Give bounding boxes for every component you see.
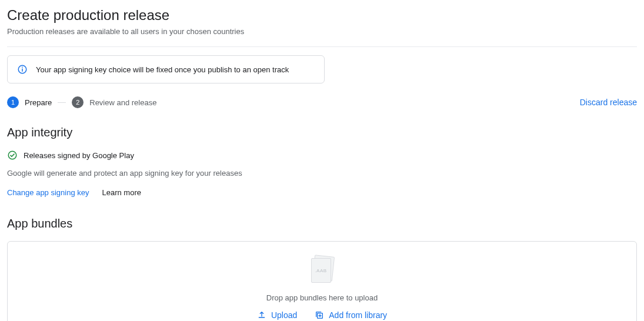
step-review[interactable]: 2 Review and release xyxy=(72,96,156,108)
info-text: Your app signing key choice will be fixe… xyxy=(36,65,289,74)
svg-rect-1 xyxy=(22,69,23,72)
info-icon xyxy=(17,64,28,75)
checkmark-icon xyxy=(7,150,18,160)
stepper: 1 Prepare 2 Review and release xyxy=(7,96,156,108)
library-icon xyxy=(315,310,324,320)
change-signing-key-button[interactable]: Change app signing key xyxy=(7,188,89,197)
add-from-library-label: Add from library xyxy=(329,310,387,320)
step-connector xyxy=(58,102,66,103)
upload-button[interactable]: Upload xyxy=(257,310,297,320)
info-box: Your app signing key choice will be fixe… xyxy=(7,55,325,83)
signing-description: Google will generate and protect an app … xyxy=(7,169,637,178)
discard-release-button[interactable]: Discard release xyxy=(580,98,637,107)
signing-status-row: Releases signed by Google Play xyxy=(7,150,637,160)
step-number-2: 2 xyxy=(72,96,84,108)
file-illustration-icon: .AAB xyxy=(310,256,335,283)
step-number-1: 1 xyxy=(7,96,19,108)
step-label-review: Review and release xyxy=(89,98,156,107)
section-title-bundles: App bundles xyxy=(7,217,637,230)
drop-actions: Upload Add from library xyxy=(257,310,387,320)
step-label-prepare: Prepare xyxy=(25,98,52,107)
svg-rect-2 xyxy=(22,67,23,68)
page-title: Create production release xyxy=(7,7,637,24)
section-title-integrity: App integrity xyxy=(7,126,637,139)
integrity-links: Change app signing key Learn more xyxy=(7,188,637,197)
upload-label: Upload xyxy=(271,310,297,320)
drop-zone-text: Drop app bundles here to upload xyxy=(266,293,378,302)
stepper-row: 1 Prepare 2 Review and release Discard r… xyxy=(7,96,637,108)
signing-status-text: Releases signed by Google Play xyxy=(24,151,134,160)
step-prepare[interactable]: 1 Prepare xyxy=(7,96,52,108)
divider xyxy=(7,46,637,47)
page-subtitle: Production releases are available to all… xyxy=(7,27,637,36)
upload-icon xyxy=(257,310,266,320)
bundle-drop-zone[interactable]: .AAB Drop app bundles here to upload Upl… xyxy=(7,241,637,321)
add-from-library-button[interactable]: Add from library xyxy=(315,310,387,320)
learn-more-link[interactable]: Learn more xyxy=(102,188,141,197)
